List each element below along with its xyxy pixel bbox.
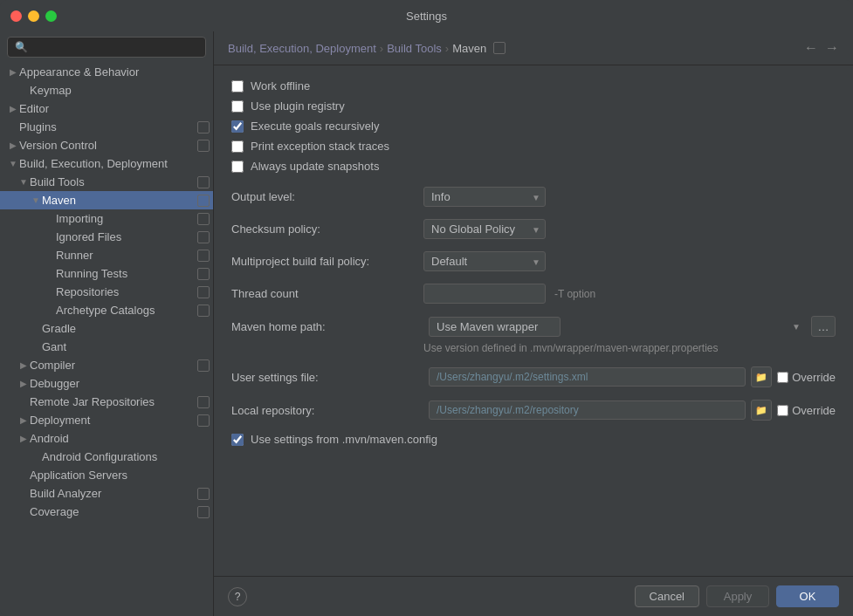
- sidebar-item-gradle[interactable]: Gradle: [0, 319, 213, 338]
- print-exception-stack-traces-label: Print exception stack traces: [251, 140, 389, 153]
- sidebar-item-keymap[interactable]: Keymap: [0, 81, 213, 99]
- work-offline-label: Work offline: [251, 79, 310, 92]
- multiproject-fail-policy-label: Multiproject build fail policy:: [231, 255, 423, 268]
- sidebar-item-remote-jar-repos[interactable]: Remote Jar Repositories: [0, 393, 213, 411]
- override-text: Override: [792, 371, 836, 384]
- checkbox-execute-goals-row: Execute goals recursively: [231, 120, 836, 133]
- settings-icon: [197, 250, 210, 262]
- maven-home-path-label: Maven home path:: [231, 320, 423, 333]
- help-button[interactable]: ?: [228, 587, 247, 606]
- sidebar-item-debugger[interactable]: ▶ Debugger: [0, 374, 213, 393]
- sidebar-item-application-servers[interactable]: Application Servers: [0, 466, 213, 484]
- cancel-button[interactable]: Cancel: [635, 585, 699, 607]
- sidebar-item-label: Application Servers: [30, 469, 213, 482]
- local-repository-override-checkbox[interactable]: [777, 405, 788, 416]
- user-settings-override-label: Override: [777, 371, 836, 384]
- expand-arrow-icon: [30, 323, 42, 335]
- use-plugin-registry-checkbox[interactable]: [231, 100, 244, 113]
- breadcrumb-separator: ›: [380, 42, 383, 55]
- user-settings-browse-button[interactable]: 📁: [751, 366, 772, 387]
- footer: ? Cancel Apply OK: [214, 576, 853, 616]
- sidebar-item-version-control[interactable]: ▶ Version Control: [0, 136, 213, 154]
- checksum-policy-select[interactable]: No Global Policy Fail Warn Ignore: [423, 219, 546, 239]
- local-repository-browse-button[interactable]: 📁: [751, 400, 772, 421]
- back-arrow-icon[interactable]: ←: [804, 40, 818, 56]
- use-settings-mvn-checkbox[interactable]: [231, 434, 244, 446]
- sidebar-item-appearance[interactable]: ▶ Appearance & Behavior: [0, 63, 213, 81]
- sidebar-item-android-configs[interactable]: Android Configurations: [0, 448, 213, 466]
- expand-arrow-icon: [44, 305, 56, 317]
- sidebar-item-coverage[interactable]: Coverage: [0, 503, 213, 521]
- use-settings-mvn-row: Use settings from .mvn/maven.config: [231, 433, 836, 446]
- settings-icon: [197, 305, 210, 317]
- user-settings-file-input[interactable]: [429, 367, 746, 387]
- sidebar-item-build-analyzer[interactable]: Build Analyzer: [0, 484, 213, 503]
- user-settings-file-row: User settings file: 📁 Override: [231, 366, 836, 387]
- expand-arrow-icon: ▶: [17, 378, 30, 390]
- sidebar-item-label: Coverage: [30, 505, 197, 518]
- output-level-select[interactable]: Info Debug Warn Error: [423, 187, 546, 207]
- settings-icon: [197, 414, 210, 427]
- sidebar-item-deployment[interactable]: ▶ Deployment: [0, 411, 213, 429]
- forward-arrow-icon[interactable]: →: [825, 40, 839, 56]
- local-repository-input[interactable]: [429, 400, 746, 420]
- sidebar-item-build-exec-deploy[interactable]: ▼ Build, Execution, Deployment: [0, 154, 213, 173]
- breadcrumb-item-0[interactable]: Build, Execution, Deployment: [228, 42, 376, 55]
- settings-icon: [197, 121, 210, 133]
- breadcrumb-icon: [493, 42, 506, 54]
- maven-home-path-select[interactable]: Use Maven wrapper Bundled (Maven 3) Cust…: [429, 317, 561, 337]
- expand-arrow-icon: [44, 213, 56, 225]
- search-input[interactable]: [7, 37, 206, 58]
- ok-button[interactable]: OK: [776, 585, 839, 607]
- print-exception-stack-traces-checkbox[interactable]: [231, 140, 244, 153]
- sidebar-item-repositories[interactable]: Repositories: [0, 283, 213, 301]
- user-settings-override-checkbox[interactable]: [777, 372, 788, 383]
- sidebar-item-label: Gant: [42, 340, 213, 353]
- checkbox-print-exception-row: Print exception stack traces: [231, 140, 836, 153]
- output-level-label: Output level:: [231, 190, 423, 203]
- use-plugin-registry-label: Use plugin registry: [251, 99, 345, 113]
- traffic-lights: [10, 10, 57, 22]
- expand-arrow-icon: [44, 250, 56, 262]
- work-offline-checkbox[interactable]: [231, 80, 244, 92]
- expand-arrow-icon: [7, 121, 19, 133]
- expand-arrow-icon: ▶: [7, 66, 19, 79]
- maven-home-hint: Use version defined in .mvn/wrapper/mave…: [423, 342, 836, 354]
- sidebar-item-editor[interactable]: ▶ Editor: [0, 99, 213, 118]
- expand-arrow-icon: ▶: [17, 359, 30, 372]
- sidebar-item-ignored-files[interactable]: Ignored Files: [0, 228, 213, 246]
- close-button[interactable]: [10, 10, 22, 22]
- apply-button[interactable]: Apply: [706, 585, 769, 607]
- sidebar-item-archetype-catalogs[interactable]: Archetype Catalogs: [0, 301, 213, 319]
- breadcrumb-bar: Build, Execution, Deployment › Build Too…: [214, 31, 853, 65]
- always-update-snapshots-checkbox[interactable]: [231, 161, 244, 173]
- minimize-button[interactable]: [28, 10, 39, 22]
- sidebar-item-plugins[interactable]: Plugins: [0, 118, 213, 136]
- breadcrumb-item-2[interactable]: Maven: [452, 42, 486, 55]
- sidebar-item-runner[interactable]: Runner: [0, 246, 213, 264]
- nav-arrows: ← →: [804, 40, 839, 56]
- multiproject-fail-policy-dropdown-wrapper: Default Fail at End Fail Fast Never Fail…: [423, 251, 546, 271]
- checkbox-use-plugin-registry-row: Use plugin registry: [231, 99, 836, 113]
- sidebar-item-importing[interactable]: Importing: [0, 209, 213, 228]
- sidebar-item-gant[interactable]: Gant: [0, 338, 213, 356]
- settings-icon: [197, 176, 210, 188]
- sidebar-item-compiler[interactable]: ▶ Compiler: [0, 356, 213, 374]
- thread-count-input[interactable]: [423, 284, 546, 304]
- multiproject-fail-policy-select[interactable]: Default Fail at End Fail Fast Never Fail: [423, 251, 546, 271]
- maven-home-more-button[interactable]: …: [811, 316, 836, 337]
- sidebar-item-running-tests[interactable]: Running Tests: [0, 264, 213, 283]
- output-level-row: Output level: Info Debug Warn Error ▼: [231, 187, 836, 207]
- execute-goals-recursively-checkbox[interactable]: [231, 120, 244, 133]
- expand-arrow-icon: [17, 85, 30, 97]
- sidebar-item-maven[interactable]: ▼ Maven: [0, 191, 213, 209]
- sidebar-item-label: Appearance & Behavior: [19, 65, 213, 79]
- maven-home-dropdown-wrapper: Use Maven wrapper Bundled (Maven 3) Cust…: [429, 317, 806, 337]
- breadcrumb-item-1[interactable]: Build Tools: [387, 42, 442, 55]
- sidebar-item-android[interactable]: ▶ Android: [0, 429, 213, 448]
- maximize-button[interactable]: [45, 10, 57, 22]
- settings-content: Work offline Use plugin registry Execute…: [214, 65, 853, 576]
- settings-icon: [197, 359, 210, 372]
- always-update-snapshots-label: Always update snapshots: [251, 160, 379, 173]
- sidebar-item-build-tools[interactable]: ▼ Build Tools: [0, 173, 213, 191]
